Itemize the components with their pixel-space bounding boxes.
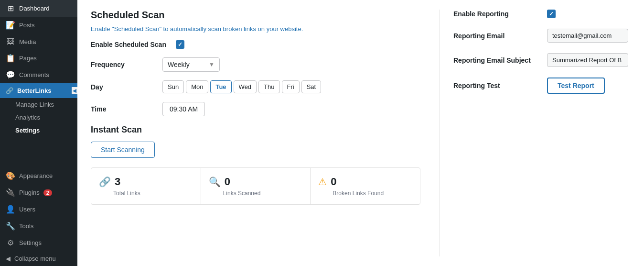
sidebar-item-settings-bottom[interactable]: ⚙ Settings bbox=[0, 234, 77, 251]
media-icon: 🖼 bbox=[6, 37, 15, 46]
instant-scan-title: Instant Scan bbox=[91, 125, 420, 135]
broken-links-label: Broken Links Found bbox=[318, 190, 384, 197]
sidebar-item-tools[interactable]: 🔧 Tools bbox=[0, 218, 77, 234]
sidebar-item-pages[interactable]: 📋 Pages bbox=[0, 50, 77, 66]
collapse-menu[interactable]: ◀ Collapse menu bbox=[0, 251, 77, 266]
main-content: Scheduled Scan Enable "Scheduled Scan" t… bbox=[77, 0, 644, 266]
collapse-icon: ◀ bbox=[6, 255, 11, 262]
day-tue[interactable]: Tue bbox=[210, 80, 231, 93]
sidebar-subitem-settings[interactable]: Settings bbox=[0, 124, 77, 137]
plugins-badge: 2 bbox=[43, 189, 52, 196]
betterlinks-label: BetterLinks bbox=[17, 87, 52, 94]
day-selector: Sun Mon Tue Wed Thu Fri Sat bbox=[162, 80, 321, 93]
stat-top-broken: ⚠ 0 bbox=[318, 176, 336, 188]
sidebar-subitem-analytics[interactable]: Analytics bbox=[0, 111, 77, 124]
sidebar-item-users[interactable]: 👤 Users bbox=[0, 201, 77, 218]
appearance-label: Appearance bbox=[19, 172, 53, 179]
time-value[interactable]: 09:30 AM bbox=[162, 102, 205, 116]
settings-bottom-label: Settings bbox=[19, 239, 42, 246]
sidebar-subitem-manage-links[interactable]: Manage Links bbox=[0, 98, 77, 111]
sidebar-item-label: Media bbox=[19, 38, 36, 45]
frequency-value: Weekly bbox=[168, 61, 190, 68]
broken-links-number: 0 bbox=[331, 176, 336, 188]
time-label: Time bbox=[91, 105, 153, 113]
stat-broken-links: ⚠ 0 Broken Links Found bbox=[311, 168, 420, 204]
sidebar-item-appearance[interactable]: 🎨 Appearance bbox=[0, 167, 77, 184]
test-report-button[interactable]: Test Report bbox=[547, 78, 605, 94]
instant-scan-section: Instant Scan Start Scanning 🔗 3 Total Li… bbox=[91, 125, 420, 205]
sidebar: ⊞ Dashboard 📝 Posts 🖼 Media 📋 Pages 💬 Co… bbox=[0, 0, 77, 266]
reporting-email-row: Reporting Email testemail@gmail.com bbox=[453, 29, 631, 43]
sidebar-item-plugins[interactable]: 🔌 Plugins 2 bbox=[0, 184, 77, 201]
stats-row: 🔗 3 Total Links 🔍 0 Links Scanned bbox=[91, 167, 420, 205]
tools-label: Tools bbox=[19, 222, 33, 230]
reporting-subject-value[interactable]: Summarized Report Of B bbox=[547, 53, 628, 67]
stat-total-links: 🔗 3 Total Links bbox=[91, 168, 201, 204]
stat-links-scanned: 🔍 0 Links Scanned bbox=[201, 168, 311, 204]
day-label: Day bbox=[91, 83, 153, 91]
plugins-icon: 🔌 bbox=[6, 188, 15, 197]
plugins-label: Plugins bbox=[19, 189, 40, 196]
sidebar-item-label: Posts bbox=[19, 22, 35, 29]
users-label: Users bbox=[19, 206, 35, 213]
dashboard-icon: ⊞ bbox=[6, 4, 15, 13]
reporting-test-row: Reporting Test Test Report bbox=[453, 78, 631, 94]
reporting-test-label: Reporting Test bbox=[453, 82, 539, 89]
chevron-down-icon: ▼ bbox=[209, 61, 215, 68]
time-row: Time 09:30 AM bbox=[91, 102, 420, 116]
sidebar-item-label: Pages bbox=[19, 55, 37, 62]
sidebar-item-media[interactable]: 🖼 Media bbox=[0, 33, 77, 50]
sidebar-item-dashboard[interactable]: ⊞ Dashboard bbox=[0, 0, 77, 17]
frequency-label: Frequency bbox=[91, 61, 153, 68]
total-links-label: Total Links bbox=[99, 190, 140, 197]
stat-top-total: 🔗 3 bbox=[99, 176, 120, 188]
day-wed[interactable]: Wed bbox=[234, 80, 257, 93]
enable-reporting-label: Enable Reporting bbox=[453, 10, 539, 18]
posts-icon: 📝 bbox=[6, 21, 15, 30]
sidebar-bottom: 🎨 Appearance 🔌 Plugins 2 👤 Users 🔧 Tools… bbox=[0, 167, 77, 266]
right-panel: Enable Reporting Reporting Email testema… bbox=[440, 10, 631, 256]
sidebar-item-label: Comments bbox=[19, 71, 49, 78]
collapse-label: Collapse menu bbox=[14, 255, 56, 262]
day-thu[interactable]: Thu bbox=[258, 80, 279, 93]
enable-reporting-checkbox[interactable] bbox=[547, 10, 556, 18]
manage-links-label: Manage Links bbox=[15, 101, 54, 108]
day-sun[interactable]: Sun bbox=[162, 80, 184, 93]
reporting-subject-label: Reporting Email Subject bbox=[453, 56, 539, 64]
enable-scheduled-scan-checkbox[interactable] bbox=[176, 40, 184, 49]
analytics-label: Analytics bbox=[15, 114, 40, 121]
tools-icon: 🔧 bbox=[6, 222, 15, 231]
day-fri[interactable]: Fri bbox=[282, 80, 300, 93]
day-row: Day Sun Mon Tue Wed Thu Fri Sat bbox=[91, 80, 420, 93]
link-icon: 🔗 bbox=[99, 176, 111, 188]
comments-icon: 💬 bbox=[6, 70, 15, 79]
frequency-row: Frequency Weekly ▼ bbox=[91, 57, 420, 72]
pages-icon: 📋 bbox=[6, 54, 15, 63]
reporting-email-value[interactable]: testemail@gmail.com bbox=[547, 29, 628, 43]
total-links-number: 3 bbox=[115, 176, 120, 188]
links-scanned-label: Links Scanned bbox=[209, 190, 261, 197]
appearance-icon: 🎨 bbox=[6, 171, 15, 180]
day-sat[interactable]: Sat bbox=[301, 80, 322, 93]
frequency-dropdown[interactable]: Weekly ▼ bbox=[162, 57, 220, 72]
reporting-email-label: Reporting Email bbox=[453, 32, 539, 40]
start-scanning-button[interactable]: Start Scanning bbox=[91, 142, 155, 158]
scheduled-scan-description: Enable "Scheduled Scan" to automatically… bbox=[91, 25, 420, 33]
users-icon: 👤 bbox=[6, 205, 15, 214]
betterlinks-icon: 🔗 bbox=[6, 87, 13, 94]
settings-label: Settings bbox=[15, 127, 40, 134]
links-scanned-number: 0 bbox=[225, 176, 230, 188]
enable-scheduled-scan-row: Enable Scheduled Scan bbox=[91, 40, 420, 49]
settings-icon: ⚙ bbox=[6, 238, 15, 247]
enable-reporting-row: Enable Reporting bbox=[453, 10, 631, 18]
stat-top-scanned: 🔍 0 bbox=[209, 176, 230, 188]
sidebar-item-posts[interactable]: 📝 Posts bbox=[0, 17, 77, 33]
sidebar-item-label: Dashboard bbox=[19, 5, 50, 12]
left-panel: Scheduled Scan Enable "Scheduled Scan" t… bbox=[91, 10, 420, 256]
sidebar-item-betterlinks[interactable]: 🔗 BetterLinks bbox=[0, 83, 77, 98]
search-icon: 🔍 bbox=[209, 176, 221, 188]
sidebar-item-comments[interactable]: 💬 Comments bbox=[0, 66, 77, 83]
scheduled-scan-title: Scheduled Scan bbox=[91, 10, 420, 21]
enable-scheduled-scan-label: Enable Scheduled Scan bbox=[91, 41, 166, 48]
day-mon[interactable]: Mon bbox=[186, 80, 208, 93]
